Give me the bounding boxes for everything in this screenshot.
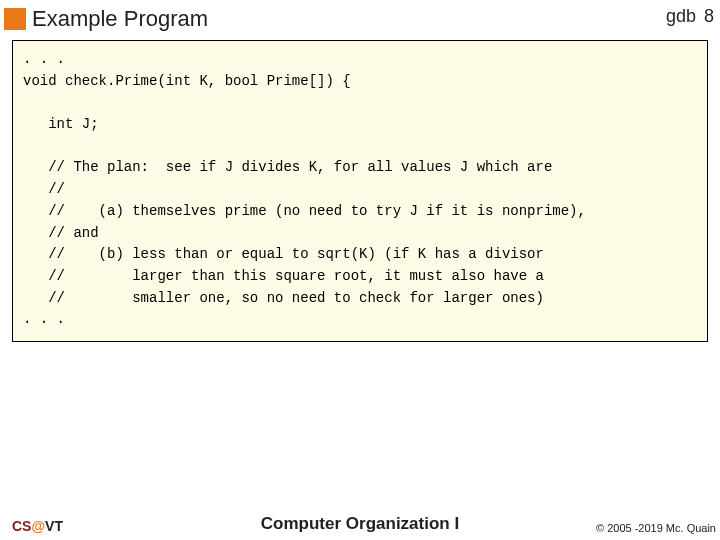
slide-title: Example Program xyxy=(32,6,208,32)
code-block: . . . void check.Prime(int K, bool Prime… xyxy=(12,40,708,342)
code-line: // xyxy=(23,181,65,197)
slide-footer: CS@VT Computer Organization I © 2005 -20… xyxy=(0,518,720,534)
code-line: // (b) less than or equal to sqrt(K) (if… xyxy=(23,246,544,262)
topic-label: gdb xyxy=(666,6,696,26)
page-number: 8 xyxy=(704,6,714,26)
code-line: void check.Prime(int K, bool Prime[]) { xyxy=(23,73,351,89)
footer-vt: VT xyxy=(45,518,63,534)
footer-left: CS@VT xyxy=(12,518,63,534)
code-line: . . . xyxy=(23,51,65,67)
footer-cs: CS xyxy=(12,518,31,534)
code-line: // larger than this square root, it must… xyxy=(23,268,544,284)
header-right-label: gdb8 xyxy=(666,6,714,27)
slide-header: Example Program gdb8 xyxy=(0,0,720,38)
footer-at: @ xyxy=(31,518,45,534)
code-line: . . . xyxy=(23,311,65,327)
code-line: // The plan: see if J divides K, for all… xyxy=(23,159,552,175)
footer-copyright: © 2005 -2019 Mc. Quain xyxy=(596,522,716,534)
code-line: // and xyxy=(23,225,99,241)
code-line: // smaller one, so no need to check for … xyxy=(23,290,544,306)
code-line: // (a) themselves prime (no need to try … xyxy=(23,203,586,219)
accent-square xyxy=(4,8,26,30)
footer-center: Computer Organization I xyxy=(261,514,459,534)
code-line: int J; xyxy=(23,116,99,132)
